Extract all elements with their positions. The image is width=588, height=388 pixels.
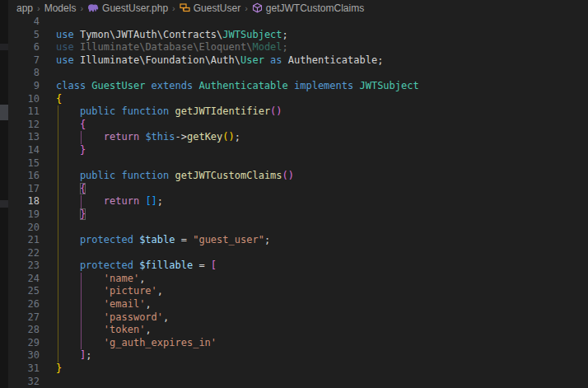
- line-number[interactable]: 8: [8, 67, 40, 80]
- code-line[interactable]: 13 return $this->getKey();: [8, 131, 588, 144]
- line-number[interactable]: 32: [8, 376, 40, 388]
- code-line[interactable]: 8: [8, 67, 588, 80]
- line-number[interactable]: 20: [8, 222, 40, 235]
- line-number[interactable]: 10: [8, 93, 40, 106]
- code-token: 'email': [104, 298, 146, 310]
- code-line[interactable]: 27 'password',: [8, 311, 588, 325]
- code-token: function: [115, 170, 169, 181]
- code-line[interactable]: 7use Illuminate\Foundation\Auth\User as …: [8, 54, 588, 68]
- code-line[interactable]: 29 'g_auth_expires_in': [8, 337, 588, 350]
- line-number[interactable]: 16: [8, 170, 40, 183]
- line-number[interactable]: 14: [8, 144, 40, 157]
- line-number[interactable]: 29: [8, 337, 40, 350]
- code-line[interactable]: 6use Illuminate\Database\Eloquent\Model;: [8, 41, 588, 54]
- indent-guide: [81, 324, 82, 337]
- breadcrumb-item-app[interactable]: app: [16, 2, 33, 14]
- line-number[interactable]: 13: [8, 131, 40, 144]
- code-content: 'password',: [40, 311, 588, 325]
- code-content: 'token',: [40, 324, 588, 337]
- code-token: $fillable: [133, 259, 193, 271]
- breadcrumb-item-guestuser-php[interactable]: GuestUser.php: [87, 2, 168, 14]
- line-number[interactable]: 22: [8, 247, 40, 260]
- code-line[interactable]: 26 'email',: [8, 298, 588, 311]
- line-number[interactable]: 11: [8, 105, 40, 119]
- code-line[interactable]: 20: [8, 222, 588, 235]
- code-content: [40, 16, 588, 29]
- code-line[interactable]: 18 return [];: [8, 195, 588, 208]
- code-line[interactable]: 19 }: [8, 208, 588, 222]
- code-content: use Tymon\JWTAuth\Contracts\JWTSubject;: [40, 29, 588, 42]
- line-number[interactable]: 4: [8, 16, 40, 29]
- code-token: }: [80, 144, 86, 156]
- code-content: [40, 222, 588, 235]
- line-number[interactable]: 18: [8, 195, 40, 208]
- code-line[interactable]: 22: [8, 247, 588, 260]
- line-number[interactable]: 24: [8, 273, 40, 286]
- line-number[interactable]: 6: [8, 41, 40, 54]
- code-line[interactable]: 31}: [8, 362, 588, 376]
- code-line[interactable]: 4: [8, 16, 588, 29]
- code-line[interactable]: 17 {: [8, 183, 588, 196]
- code-token: ->: [175, 131, 187, 143]
- code-line[interactable]: 21 protected $table = "guest_user";: [8, 234, 588, 247]
- line-number[interactable]: 26: [8, 298, 40, 311]
- code-editor[interactable]: 45use Tymon\JWTAuth\Contracts\JWTSubject…: [8, 16, 588, 388]
- code-line[interactable]: 5use Tymon\JWTAuth\Contracts\JWTSubject;: [8, 29, 588, 42]
- line-number[interactable]: 5: [8, 29, 40, 42]
- code-token: [56, 208, 80, 220]
- indent-guide: [58, 349, 58, 362]
- indent-guide: [58, 170, 58, 183]
- code-content: [40, 67, 588, 80]
- line-number[interactable]: 15: [8, 157, 40, 171]
- code-token: use: [56, 29, 74, 40]
- indent-guide: [58, 337, 58, 350]
- code-token: =: [175, 234, 194, 245]
- line-number[interactable]: 7: [8, 54, 40, 68]
- code-line[interactable]: 11 public function getJWTIdentifier(): [8, 105, 588, 119]
- code-token: Illuminate\Foundation\Auth\: [74, 54, 240, 66]
- code-token: }: [56, 362, 62, 374]
- code-line[interactable]: 9class GuestUser extends Authenticatable…: [8, 80, 588, 93]
- line-number[interactable]: 28: [8, 324, 40, 337]
- code-token: [56, 311, 104, 323]
- code-line[interactable]: 16 public function getJWTCustomClaims(): [8, 170, 588, 183]
- line-number[interactable]: 25: [8, 285, 40, 298]
- code-line[interactable]: 28 'token',: [8, 324, 588, 337]
- breadcrumb-item-models[interactable]: Models: [44, 2, 77, 14]
- code-content: {: [40, 183, 588, 196]
- code-token: (): [270, 105, 282, 117]
- indent-guide: [58, 105, 58, 119]
- code-line[interactable]: 24 'name',: [8, 273, 588, 286]
- code-line[interactable]: 15: [8, 157, 588, 171]
- line-number[interactable]: 27: [8, 311, 40, 325]
- code-token: }: [80, 208, 86, 220]
- code-line[interactable]: 23 protected $fillable = [: [8, 259, 588, 273]
- code-line[interactable]: 25 'picture',: [8, 285, 588, 298]
- line-number[interactable]: 21: [8, 234, 40, 247]
- code-line[interactable]: 30 ];: [8, 349, 588, 362]
- code-content: public function getJWTCustomClaims(): [40, 170, 588, 183]
- line-number[interactable]: 9: [8, 80, 40, 93]
- code-token: $table: [133, 234, 175, 245]
- code-line[interactable]: 10{: [8, 93, 588, 106]
- code-line[interactable]: 14 }: [8, 144, 588, 157]
- code-content: [40, 157, 588, 171]
- line-number[interactable]: 12: [8, 119, 40, 132]
- code-line[interactable]: 32: [8, 376, 588, 388]
- code-token: 'picture': [104, 285, 157, 297]
- code-token: [56, 183, 80, 194]
- breadcrumb-label: getJWTCustomClaims: [266, 2, 364, 14]
- code-token: ,: [145, 324, 151, 335]
- indent-guide: [58, 234, 58, 247]
- line-number[interactable]: 23: [8, 259, 40, 273]
- line-number[interactable]: 30: [8, 349, 40, 362]
- line-number[interactable]: 31: [8, 362, 40, 376]
- code-token: 'password': [104, 311, 163, 323]
- code-token: protected: [56, 234, 133, 245]
- code-content: 'name',: [40, 273, 588, 286]
- breadcrumb-item-guestuser[interactable]: GuestUser: [180, 2, 240, 14]
- breadcrumb-item-getjwtcustomclaims[interactable]: getJWTCustomClaims: [252, 2, 364, 14]
- line-number[interactable]: 19: [8, 208, 40, 222]
- code-line[interactable]: 12 {: [8, 119, 588, 132]
- line-number[interactable]: 17: [8, 183, 40, 196]
